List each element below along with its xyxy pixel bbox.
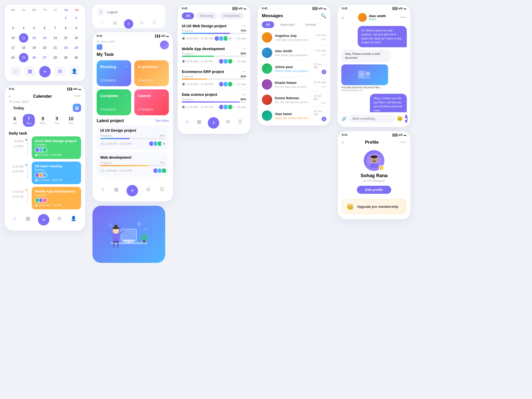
calendar-icon[interactable]: ▦ (73, 104, 81, 112)
apps-nav[interactable]: ⊞ (138, 19, 145, 29)
person-btn[interactable]: 👤 (69, 214, 78, 225)
calendar-btn[interactable]: ▦ (112, 185, 120, 196)
cal-cell-20sun[interactable]: 20 (71, 43, 81, 52)
home-btn[interactable]: ⌂ (184, 117, 190, 129)
tab-all[interactable]: All (182, 12, 194, 19)
avatar-add[interactable]: + (227, 36, 233, 41)
person-btn[interactable]: ☰ (158, 185, 165, 196)
cal-cell-12[interactable]: 12 (29, 33, 39, 43)
filter-project-2[interactable]: Mobile App development ••• Progress 50% … (178, 44, 250, 67)
cal-cell-24[interactable]: 24 (8, 53, 18, 62)
add-nav-btn[interactable]: + (39, 66, 51, 77)
more-options-icon[interactable]: ••• (400, 15, 406, 20)
back-arrow-icon[interactable]: ‹ (9, 94, 10, 99)
cal-cell-19sat[interactable]: 19 (61, 43, 70, 52)
more-options-icon[interactable]: ••• (75, 94, 81, 99)
cal-cell-26[interactable]: 26 (29, 53, 39, 62)
kebab-icon[interactable]: ⋮ (75, 138, 78, 143)
add-fab[interactable]: + (124, 19, 133, 29)
more-options-icon[interactable]: ••• (400, 140, 406, 145)
cal-cell-20[interactable]: 20 (40, 43, 49, 52)
cal-cell-11[interactable]: 11 (19, 33, 28, 43)
cal-cell-15[interactable]: 15 (61, 33, 70, 43)
cal-cell-4[interactable]: 4 (19, 23, 28, 33)
tab-running[interactable]: Running (196, 12, 217, 19)
home-nav-btn[interactable]: ⌂ (10, 66, 21, 76)
cal-cell-28[interactable]: 28 (50, 53, 60, 62)
cal-cell-30[interactable]: 30 (71, 53, 81, 62)
cal-cell-18[interactable]: 18 (19, 43, 28, 52)
task-card-orange[interactable]: ⋮ Mobile App Development In process 🕐 10… (32, 187, 81, 209)
add-fab-btn[interactable]: + (38, 214, 49, 225)
tab-unread[interactable]: Unread (301, 21, 320, 28)
add-fab-btn[interactable]: + (208, 117, 219, 129)
cal-cell-19[interactable]: 19 (29, 43, 39, 52)
person-nav[interactable]: ☰ (150, 19, 158, 29)
more-icon[interactable]: ••• (242, 24, 246, 28)
tab-all[interactable]: All (262, 21, 274, 28)
tab-important[interactable]: Important (276, 21, 299, 28)
project-item-2[interactable]: Web development › Progress 75% 🕐 10:00 A… (97, 152, 169, 177)
chat-input[interactable] (349, 115, 395, 123)
filter-project-3[interactable]: Ecommerce ERP project ••• Progress 40% 🖥… (178, 67, 250, 90)
running-card[interactable]: → Running 22 projects (97, 60, 131, 86)
date-item-tue2[interactable]: 10 Tue (65, 114, 77, 127)
tab-completed[interactable]: Completed (219, 12, 244, 19)
calendar-nav-btn[interactable]: ▦ (25, 66, 35, 76)
cal-cell-2[interactable]: 2 (71, 14, 81, 23)
cal-cell-27[interactable]: 27 (40, 53, 49, 62)
in-process-card[interactable]: → In process 32 projects (134, 60, 169, 86)
message-item-3[interactable]: Johne paul Please share your project doc… (262, 61, 326, 77)
cal-cell-13[interactable]: 13 (40, 33, 49, 43)
cal-cell-10[interactable]: 10 (8, 33, 18, 43)
home-nav[interactable]: ⌂ (99, 19, 106, 29)
back-arrow-icon[interactable]: ‹ (342, 139, 343, 145)
see-more-link[interactable]: See More (155, 119, 169, 123)
more-icon[interactable]: ••• (242, 47, 246, 51)
cal-cell-9[interactable]: 9 (71, 23, 81, 33)
send-button[interactable]: ▶ (405, 115, 408, 123)
filter-project-1[interactable]: UI UX Web Design project ••• Progress 75… (178, 21, 250, 44)
attachment-icon[interactable]: 🔗 (341, 116, 347, 121)
calendar-btn[interactable]: ▦ (195, 117, 203, 129)
apps-btn[interactable]: ⊞ (145, 185, 152, 196)
cal-cell-3[interactable]: 3 (8, 23, 18, 33)
cal-cell-29[interactable]: 29 (61, 53, 70, 62)
person-btn[interactable]: ☰ (236, 117, 244, 129)
edit-profile-button[interactable]: Edit profile (357, 186, 391, 194)
date-item-tue[interactable]: 9 Tue (51, 114, 63, 127)
cal-cell-6[interactable]: 6 (40, 23, 49, 33)
avatar-add[interactable]: + (161, 141, 167, 147)
message-item-6[interactable]: Alan kanel Okay, get started web design … (262, 108, 326, 123)
grid-nav[interactable]: ▦ (111, 19, 119, 29)
cal-cell-7[interactable]: 7 (50, 23, 60, 33)
complete-card[interactable]: → Complete 16 projects (97, 89, 131, 115)
task-card-blue[interactable]: ⋮ UX team meeting Running 🕐 11:00AM - 12… (32, 162, 81, 184)
person-nav-btn[interactable]: 👤 (69, 66, 79, 76)
date-item-sun[interactable]: 7 Sun (23, 114, 35, 127)
task-card-green[interactable]: ⋮ UI UX Web Design project Complete 🕐 5:… (32, 136, 81, 159)
cal-cell-14[interactable]: 14 (50, 33, 60, 43)
message-item-5[interactable]: Emma Rahman Ok, We will discuss tomorrow… (262, 92, 326, 107)
search-icon[interactable]: 🔍 (321, 13, 326, 19)
logout-item[interactable]: ⤴ Logout (97, 8, 161, 16)
upgrade-section[interactable]: 👑 Upgrade pro membership (342, 199, 406, 214)
apps-btn[interactable]: ⊞ (224, 117, 231, 129)
kebab-icon[interactable]: ⋮ (75, 164, 78, 168)
kebab-icon[interactable]: ⋮ (75, 189, 78, 193)
cal-cell-5[interactable]: 5 (29, 23, 39, 33)
back-arrow-icon[interactable]: ‹ (342, 15, 343, 20)
filter-project-4[interactable]: Data science project ••• Progress 90% 🖥 … (178, 90, 250, 112)
date-item-mon[interactable]: 8 Mon (37, 114, 49, 127)
cal-cell-25[interactable]: 25 (19, 53, 28, 62)
more-icon[interactable]: ••• (242, 92, 246, 97)
message-item-2[interactable]: Alex Smith How about app development pro… (262, 45, 326, 60)
cal-cell-21[interactable]: 21 (50, 43, 60, 52)
cal-cell-17[interactable]: 17 (8, 43, 18, 52)
cal-cell-16[interactable]: 16 (71, 33, 81, 43)
emoji-icon[interactable]: 😊 (397, 116, 403, 122)
add-fab-btn[interactable]: + (127, 185, 138, 196)
cal-cell-1[interactable]: 1 (61, 14, 70, 23)
project-item-1[interactable]: UI UX Design project › Progress 45% 🕐 10… (97, 125, 169, 150)
grid-btn[interactable]: ⊞ (56, 214, 63, 225)
